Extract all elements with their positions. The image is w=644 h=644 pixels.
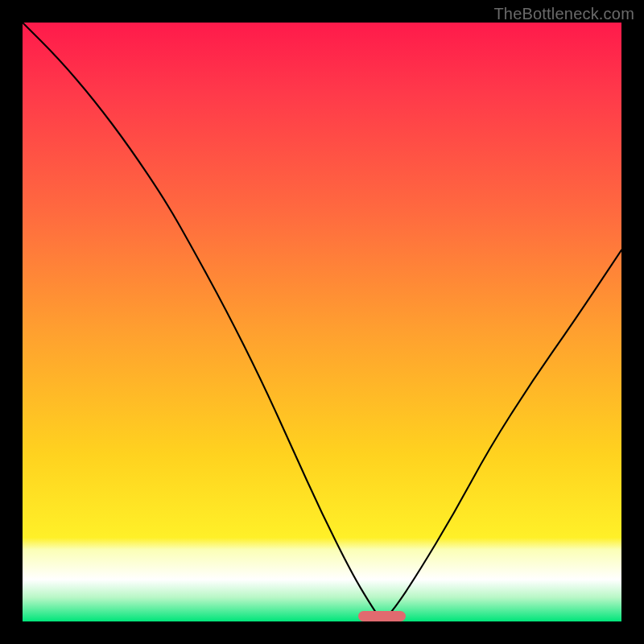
- zero-bottleneck-marker: [358, 611, 407, 621]
- bottleneck-curve: [23, 23, 621, 618]
- chart-frame: TheBottleneck.com: [0, 0, 644, 644]
- curve-layer: [23, 23, 621, 621]
- plot-area: [23, 23, 621, 621]
- attribution-label: TheBottleneck.com: [493, 5, 634, 23]
